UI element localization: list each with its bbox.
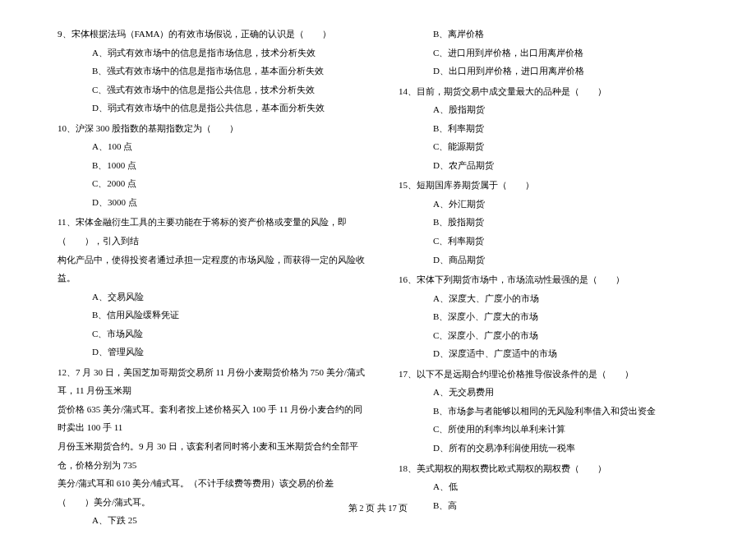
question-text: 15、短期国库券期货属于（ ） [399,176,707,195]
question-text: 18、美式期权的期权费比欧式期权的期权费（ ） [399,459,707,478]
question-text-line3: 月份玉米期货合约。9 月 30 日，该套利者同时将小麦和玉米期货合约全部平仓，价… [58,437,366,474]
content-columns: 9、宋体根据法玛（FAMA）的有效市场假说，正确的认识是（ ） A、弱式有效市场… [58,25,707,493]
option-c: C、利率期货 [399,232,707,251]
question-14: 14、目前，期货交易中成交量最大的品种是（ ） A、股指期货 B、利率期货 C、… [399,82,707,175]
question-text: 14、目前，期货交易中成交量最大的品种是（ ） [399,82,707,101]
option-c: C、深度小、广度小的市场 [399,326,707,345]
option-a: A、弱式有效市场中的信息是指市场信息，技术分析失效 [58,44,366,62]
option-b: B、利率期货 [399,119,707,138]
page-footer: 第 2 页 共 17 页 [0,503,756,514]
option-d: D、3000 点 [58,193,366,212]
option-c: C、2000 点 [58,174,366,193]
option-a: A、股指期货 [399,100,707,119]
option-c: C、强式有效市场中的信息是指公共信息，技术分析失效 [58,81,366,99]
question-11: 11、宋体金融衍生工具的主要功能在于将标的资产价格或变量的风险，即（ ），引入到… [58,213,366,361]
option-d: D、管理风险 [58,343,366,361]
question-15: 15、短期国库券期货属于（ ） A、外汇期货 B、股指期货 C、利率期货 D、商… [399,176,707,269]
option-d: D、农产品期货 [399,156,707,175]
question-text-line1: 11、宋体金融衍生工具的主要功能在于将标的资产价格或变量的风险，即（ ），引入到… [58,213,366,250]
option-c: C、能源期货 [399,137,707,156]
option-d: D、弱式有效市场中的信息是指公共信息，基本面分析失效 [58,99,366,117]
option-a: A、交易风险 [58,288,366,306]
question-text-line2: 货价格 635 美分/蒲式耳。套利者按上述价格买入 100 手 11 月份小麦合… [58,400,366,437]
option-d: D、所有的交易净利润使用统一税率 [399,439,707,458]
option-d: D、深度适中、广度适中的市场 [399,344,707,363]
question-16: 16、宋体下列期货市场中，市场流动性最强的是（ ） A、深度大、广度小的市场 B… [399,270,707,363]
option-b: B、信用风险缓释凭证 [58,306,366,325]
left-column: 9、宋体根据法玛（FAMA）的有效市场假说，正确的认识是（ ） A、弱式有效市场… [58,25,366,493]
option-b: B、1000 点 [58,156,366,175]
question-text: 16、宋体下列期货市场中，市场流动性最强的是（ ） [399,270,707,289]
question-text: 10、沪深 300 股指数的基期指数定为（ ） [58,119,366,138]
option-c: C、市场风险 [58,325,366,343]
question-text: 17、以下不是远期合约理论价格推导假设条件的是（ ） [399,365,707,384]
option-d: D、出口用到岸价格，进口用离岸价格 [399,62,707,81]
option-a: A、无交易费用 [399,383,707,402]
question-9: 9、宋体根据法玛（FAMA）的有效市场假说，正确的认识是（ ） A、弱式有效市场… [58,25,366,117]
question-17: 17、以下不是远期合约理论价格推导假设条件的是（ ） A、无交易费用 B、市场参… [399,365,707,458]
option-b: B、股指期货 [399,213,707,232]
option-a: A、深度大、广度小的市场 [399,289,707,308]
option-a: A、100 点 [58,137,366,156]
question-10: 10、沪深 300 股指数的基期指数定为（ ） A、100 点 B、1000 点… [58,119,366,212]
option-b: B、离岸价格 [399,25,707,44]
option-a: A、低 [399,477,707,496]
option-b: B、深度小、广度大的市场 [399,307,707,326]
option-b: B、下跌 15 [58,530,366,534]
question-text: 9、宋体根据法玛（FAMA）的有效市场假说，正确的认识是（ ） [58,25,366,44]
option-c: C、进口用到岸价格，出口用离岸价格 [399,44,707,62]
option-a: A、外汇期货 [399,195,707,214]
option-b: B、市场参与者能够以相同的无风险利率借入和贷出资金 [399,402,707,421]
option-b: B、强式有效市场中的信息是指市场信息，基本面分析失效 [58,62,366,81]
option-c: C、所使用的利率均以单利来计算 [399,420,707,439]
question-13-continued: B、离岸价格 C、进口用到岸价格，出口用离岸价格 D、出口用到岸价格，进口用离岸… [399,25,707,81]
option-d: D、商品期货 [399,251,707,269]
question-text-line2: 构化产品中，使得投资者通过承担一定程度的市场风险，而获得一定的风险收益。 [58,251,366,288]
right-column: B、离岸价格 C、进口用到岸价格，出口用离岸价格 D、出口用到岸价格，进口用离岸… [399,25,707,493]
question-text-line1: 12、7 月 30 日，美国芝加哥期货交易所 11 月份小麦期货价格为 750 … [58,363,366,400]
